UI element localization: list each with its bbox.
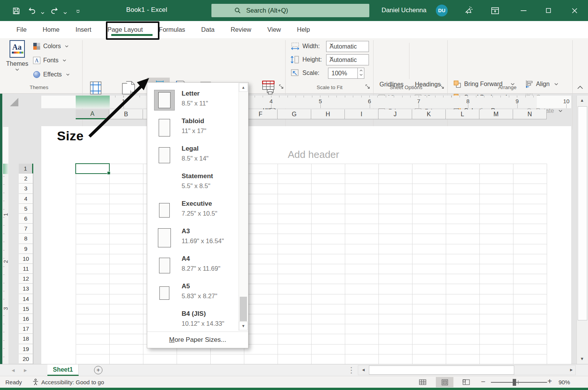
row-header-17[interactable]: 17 bbox=[19, 324, 33, 334]
tab-home[interactable]: Home bbox=[35, 21, 68, 38]
row-header-8[interactable]: 8 bbox=[19, 234, 33, 244]
theme-fonts-button[interactable]: A Fonts bbox=[33, 55, 66, 65]
scale-to-fit-dialog-launcher-icon[interactable] bbox=[365, 84, 371, 90]
row-header-13[interactable]: 13 bbox=[19, 284, 33, 294]
close-button[interactable] bbox=[563, 0, 586, 21]
size-option-a3[interactable]: A311.69" x 16.54" bbox=[147, 224, 238, 252]
tab-data[interactable]: Data bbox=[193, 21, 223, 38]
column-header-M[interactable]: M bbox=[479, 109, 513, 119]
row-header-3[interactable]: 3 bbox=[19, 184, 33, 193]
column-header-G[interactable]: G bbox=[278, 109, 311, 119]
menu-scroll-down-icon[interactable]: ▼ bbox=[239, 322, 248, 330]
page-layout-view-button[interactable] bbox=[436, 377, 453, 387]
size-option-a4[interactable]: A48.27" x 11.69" bbox=[147, 252, 238, 279]
scale-input[interactable]: 100% bbox=[328, 68, 358, 79]
size-option-legal[interactable]: Legal8.5" x 14" bbox=[147, 141, 238, 169]
minimize-button[interactable] bbox=[512, 0, 535, 21]
tab-view[interactable]: View bbox=[259, 21, 289, 38]
pane-splitter-handle[interactable]: ••• bbox=[351, 366, 352, 374]
menu-scrollbar[interactable]: ▲ ▼ bbox=[239, 83, 248, 331]
zoom-in-button[interactable]: + bbox=[547, 377, 552, 386]
tab-review[interactable]: Review bbox=[223, 21, 259, 38]
size-option-a5[interactable]: A55.83" x 8.27" bbox=[147, 279, 238, 307]
more-paper-sizes-item[interactable]: More Paper Sizes... bbox=[147, 336, 248, 344]
row-header-18[interactable]: 18 bbox=[19, 334, 33, 344]
tab-help[interactable]: Help bbox=[289, 21, 318, 38]
row-header-4[interactable]: 4 bbox=[19, 194, 33, 204]
column-header-H[interactable]: H bbox=[311, 109, 345, 119]
tab-insert[interactable]: Insert bbox=[68, 21, 99, 38]
column-header-N[interactable]: N bbox=[513, 109, 547, 119]
sheet-tab[interactable]: Sheet1 bbox=[47, 364, 79, 376]
undo-icon[interactable] bbox=[28, 6, 37, 15]
row-header-10[interactable]: 10 bbox=[19, 254, 33, 264]
menu-scroll-up-icon[interactable]: ▲ bbox=[239, 83, 248, 92]
column-header-K[interactable]: K bbox=[412, 109, 446, 119]
scroll-right-icon[interactable]: ► bbox=[569, 367, 573, 372]
row-header-7[interactable]: 7 bbox=[19, 224, 33, 234]
size-option-tabloid[interactable]: Tabloid11" x 17" bbox=[147, 114, 238, 141]
sheet-nav-right-icon[interactable]: ► bbox=[23, 367, 28, 373]
row-header-19[interactable]: 19 bbox=[19, 344, 33, 354]
coming-soon-megaphone-icon[interactable] bbox=[464, 6, 473, 15]
horizontal-scrollbar[interactable]: ◄ ► bbox=[358, 365, 576, 375]
header-placeholder[interactable]: Add header bbox=[268, 149, 359, 161]
page-setup-dialog-launcher-icon[interactable] bbox=[279, 84, 284, 90]
sheet-nav-left-icon[interactable]: ◄ bbox=[11, 367, 16, 373]
page-break-preview-button[interactable] bbox=[457, 377, 475, 387]
redo-icon[interactable] bbox=[50, 6, 59, 15]
row-header-15[interactable]: 15 bbox=[19, 304, 33, 314]
zoom-out-button[interactable]: − bbox=[481, 377, 486, 386]
cell-grid[interactable] bbox=[76, 164, 547, 364]
search-input[interactable]: Search (Alt+Q) bbox=[211, 4, 369, 17]
zoom-slider-track[interactable] bbox=[491, 382, 547, 383]
scroll-up-icon[interactable]: ▲ bbox=[580, 98, 584, 102]
scroll-left-icon[interactable]: ◄ bbox=[361, 367, 365, 372]
theme-effects-button[interactable]: Effects bbox=[33, 70, 70, 80]
fill-handle[interactable] bbox=[107, 171, 110, 175]
align-button[interactable]: Align bbox=[525, 80, 558, 88]
save-icon[interactable] bbox=[11, 6, 21, 15]
scale-spinner[interactable] bbox=[358, 68, 364, 79]
customize-quick-access-icon[interactable] bbox=[73, 7, 83, 16]
normal-view-button[interactable] bbox=[414, 377, 431, 387]
user-name[interactable]: Daniel Uchenna bbox=[382, 6, 426, 14]
themes-button[interactable]: Aa Themes bbox=[6, 40, 28, 71]
width-select[interactable]: Automatic bbox=[326, 41, 369, 52]
sheet-options-dialog-launcher-icon[interactable] bbox=[440, 84, 445, 90]
theme-colors-button[interactable]: Colors bbox=[33, 41, 68, 51]
vertical-scroll-thumb[interactable] bbox=[578, 106, 587, 320]
zoom-level[interactable]: 90% bbox=[559, 379, 570, 385]
ribbon-display-options-icon[interactable] bbox=[491, 6, 500, 15]
height-select[interactable]: Automatic bbox=[326, 54, 369, 65]
row-header-12[interactable]: 12 bbox=[19, 274, 33, 284]
collapse-ribbon-icon[interactable] bbox=[577, 86, 583, 89]
row-header-11[interactable]: 11 bbox=[19, 264, 33, 274]
size-option-b4-jis-[interactable]: B4 (JIS)10.12" x 14.33" bbox=[147, 307, 238, 334]
tab-file[interactable]: File bbox=[8, 21, 35, 38]
row-header-16[interactable]: 16 bbox=[19, 314, 33, 324]
active-cell[interactable] bbox=[75, 163, 110, 174]
column-header-F[interactable]: F bbox=[244, 109, 278, 119]
column-header-L[interactable]: L bbox=[446, 109, 479, 119]
menu-scroll-thumb[interactable] bbox=[240, 297, 247, 321]
scroll-down-icon[interactable]: ▼ bbox=[580, 356, 584, 361]
row-header-2[interactable]: 2 bbox=[19, 174, 33, 184]
size-option-letter[interactable]: Letter8.5" x 11" bbox=[147, 86, 238, 114]
undo-dropdown-icon[interactable] bbox=[38, 8, 47, 18]
row-header-14[interactable]: 14 bbox=[19, 294, 33, 304]
row-header-6[interactable]: 6 bbox=[19, 214, 33, 224]
new-sheet-button[interactable]: + bbox=[94, 366, 102, 374]
maximize-button[interactable] bbox=[536, 0, 560, 21]
column-header-I[interactable]: I bbox=[345, 109, 378, 119]
accessibility-status[interactable]: Accessibility: Good to go bbox=[41, 379, 104, 385]
column-header-J[interactable]: J bbox=[378, 109, 412, 119]
vertical-scrollbar[interactable]: ▲ ▼ bbox=[577, 96, 588, 364]
redo-dropdown-icon[interactable] bbox=[60, 8, 70, 18]
avatar[interactable]: DU bbox=[436, 5, 448, 16]
row-header-9[interactable]: 9 bbox=[19, 244, 33, 254]
horizontal-scroll-thumb[interactable] bbox=[369, 366, 514, 375]
size-option-executive[interactable]: Executive7.25" x 10.5" bbox=[147, 197, 238, 224]
row-header-1[interactable]: 1 bbox=[19, 164, 33, 174]
row-header-5[interactable]: 5 bbox=[19, 204, 33, 214]
